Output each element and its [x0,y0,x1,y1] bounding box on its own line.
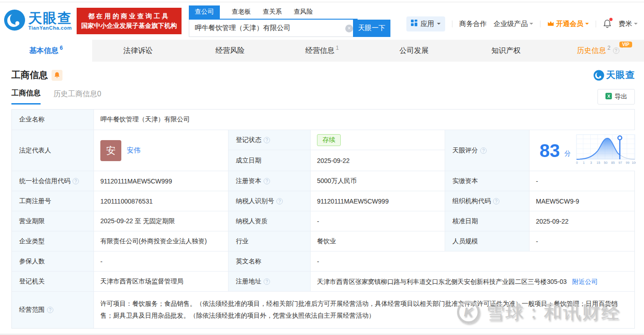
help-icon[interactable]: ? [276,198,283,204]
chevron-down-icon [437,23,441,26]
field-label: 参保人数 [12,251,94,271]
page-title: 工商信息 [11,69,48,81]
search-button[interactable]: 天眼一下 [353,20,390,37]
help-icon[interactable]: ? [493,198,499,204]
table-row: 企业名称 呷牛餐饮管理（天津）有限公司 [12,110,634,130]
section-header: 工商信息 天眼查 [0,69,644,81]
help-icon[interactable]: ? [47,307,53,313]
nearby-companies-link[interactable]: 附近公司 [572,278,597,285]
vip-label: 开通会员 [556,20,583,28]
tab-operation-risk[interactable]: 经营风险 [184,40,276,62]
field-label: 成立日期 [229,150,311,171]
brand-name: 天眼查 [606,69,635,81]
top-nav: 应用 商务合作 企业级产品 开通会员 [406,11,638,31]
tab-label: 经营风险 [215,46,244,56]
insured-count-value: - [94,251,229,271]
reg-address-cell: 天津市西青区张家窝镇柳口路与利丰道交口东北侧天安创新科技产业园二区三号楼305-… [311,272,634,291]
business-info-table: 企业名称 呷牛餐饮管理（天津）有限公司 法定代表人 安 安伟 登记状态 ? 存续… [11,109,635,329]
help-icon[interactable]: ? [73,178,79,184]
header: 天眼查 TianYanCha.com 都在用的商业查询工具 国家中小企业发展子基… [0,2,644,40]
nav-open-vip[interactable]: 开通会员 [547,20,589,28]
table-row: 参保人数 - 英文名称 - [12,251,634,272]
field-label: 纳税人识别号 ? [229,191,311,211]
export-label: 导出 [615,93,628,101]
logo-domain: TianYanCha.com [28,25,72,31]
crown-icon [547,20,554,28]
table-row: 法定代表人 安 安伟 登记状态 ? 存续 成立日期 2025-09-22 天眼评… [12,130,634,171]
tab-count: 1 [336,45,339,51]
legal-rep-link[interactable]: 安伟 [127,146,140,155]
help-icon[interactable]: ? [480,147,487,154]
tianyancha-logo[interactable]: 天眼查 TianYanCha.com [4,9,72,33]
field-label: 企业类型 [12,231,94,251]
slogan-line-2: 国家中小企业发展子基金旗下机构 [81,21,177,31]
table-row: 登记机关 天津市西青区市场监督管理局 注册地址 ? 天津市西青区张家窝镇柳口路与… [12,272,634,292]
tab-intellectual-property[interactable]: 知识产权 [460,40,552,62]
search-tab-relation[interactable]: 查关系 [263,5,282,19]
svg-text:97: 97 [618,161,622,164]
reg-status-cell: 存续 [311,130,445,150]
score-unit: 分 [565,150,571,158]
label-text: 登记状态 [236,136,261,144]
apps-menu[interactable]: 应用 [406,16,445,31]
help-icon[interactable]: ? [264,137,270,143]
tab-basic-info[interactable]: 基本信息 6 [0,40,92,62]
status-badge: 存续 [317,134,341,146]
search-tab-boss[interactable]: 查老板 [232,5,251,19]
company-type-value: 有限责任公司(外商投资企业法人独资) [94,231,229,251]
export-button[interactable]: 导出 [597,89,635,105]
business-term-value: 2025-09-22 至 无固定期限 [94,211,229,231]
label-text: 经营范围 [19,306,45,314]
field-label: 企业名称 [12,110,94,130]
svg-text:100: 100 [632,161,636,164]
label-text: 注册资本 [236,177,261,185]
tab-history-info[interactable]: 历史信息 2 ? VIP [552,40,644,62]
clear-icon[interactable]: × [345,25,353,32]
search-tab-risk[interactable]: 查风险 [294,5,313,19]
nav-biz-cooperation[interactable]: 商务合作 [459,20,487,28]
help-icon[interactable]: ? [264,278,270,285]
search-input[interactable] [189,20,358,37]
table-row: 营业期限 2025-09-22 至 无固定期限 纳税人资质 - 核准日期 202… [12,211,634,231]
approval-date-value: 2025-09-22 [530,211,634,231]
nav-user-menu[interactable]: 费米 [618,20,638,28]
svg-text:1: 1 [583,161,585,164]
notification-dot [609,18,613,21]
score-distribution-chart: 0 1 3 15 50 85 97 99 100 [576,134,636,167]
company-tabbar: 基本信息 6 法律诉讼 经营风险 经营信息 1 公司发展 知识产权 历史信息 2… [0,40,644,62]
notification-bell[interactable] [603,19,612,28]
help-icon[interactable]: ? [613,47,619,54]
chevron-down-icon [634,23,638,26]
avatar[interactable]: 安 [100,140,121,161]
tab-label: 知识产权 [491,46,520,56]
brand-watermark: 天眼查 [593,69,635,81]
industry-value: 餐饮业 [311,231,445,251]
search-tabs: 查公司 查老板 查关系 查风险 [189,5,358,20]
tab-company-development[interactable]: 公司发展 [368,40,460,62]
english-name-value: - [311,251,634,271]
tab-legal-litigation[interactable]: 法律诉讼 [92,40,184,62]
svg-text:0: 0 [576,161,578,164]
search-tab-company[interactable]: 查公司 [189,5,220,19]
score-cell: 83 分 [530,130,640,171]
tab-operation-info[interactable]: 经营信息 1 [276,40,368,62]
svg-text:99: 99 [626,161,629,164]
label-text: 统一社会信用代码 [19,177,70,185]
field-label: 人员规模 [445,231,530,251]
subtab-history-business-info[interactable]: 历史工商信息0 [53,89,101,104]
help-icon[interactable]: ? [264,178,270,184]
slogan-line-1: 都在用的商业查询工具 [81,11,177,21]
legal-rep-cell: 安 安伟 [94,130,229,171]
tab-count: 6 [60,45,63,51]
divider [596,21,596,27]
excel-icon [605,93,612,101]
subtab-business-info[interactable]: 工商信息 [11,89,41,105]
monitor-bell-icon[interactable] [52,70,62,81]
tab-label: 经营信息 [305,46,334,56]
nav-enterprise-products[interactable]: 企业级产品 [493,20,533,28]
tab-count: 2 [608,45,611,51]
field-label: 统一社会信用代码 ? [12,171,94,191]
label-text: 注册地址 [236,277,261,286]
logo-text: 天眼查 TianYanCha.com [28,11,72,31]
label-text: 天眼评分 [452,147,478,155]
